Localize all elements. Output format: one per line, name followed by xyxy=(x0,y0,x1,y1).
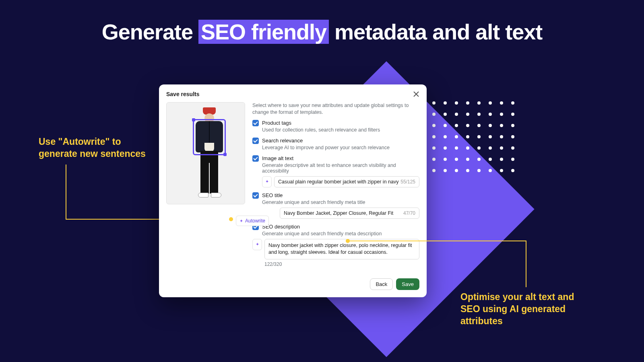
checkbox-search-relevance[interactable] xyxy=(252,138,259,144)
back-button[interactable]: Back xyxy=(370,278,393,290)
checkbox-seo-title[interactable] xyxy=(252,192,259,199)
hero-title: Generate SEO friendly metadata and alt t… xyxy=(0,19,644,44)
desc-image-alt: Generate descriptive alt text to enhance… xyxy=(262,162,419,174)
sparkle-button-alt[interactable]: ✦ xyxy=(262,176,272,187)
save-button[interactable]: Save xyxy=(396,278,419,290)
desc-search-relevance: Leverage AI to improve and power your se… xyxy=(262,145,419,150)
sparkle-icon: ✦ xyxy=(265,179,269,184)
product-thumbnail xyxy=(166,102,245,204)
background-dot-grid xyxy=(432,101,514,172)
checkbox-image-alt[interactable] xyxy=(252,155,259,162)
sparkle-icon: ✦ xyxy=(256,242,259,247)
checkbox-product-tags[interactable] xyxy=(252,120,259,126)
card-title: Save results xyxy=(166,91,200,97)
connector-line xyxy=(347,241,526,241)
callout-autowrite: Use "Autowrite" to generate new sentence… xyxy=(39,136,159,160)
connector-line xyxy=(66,165,66,219)
connector-dot xyxy=(346,239,350,243)
char-count: 47/70 xyxy=(403,210,415,216)
connector-line xyxy=(526,241,526,287)
label-search-relevance: Search relevance xyxy=(262,138,303,144)
input-seo-title[interactable]: Navy Bomber Jacket, Zipper Closure, Regu… xyxy=(280,208,419,219)
char-count: 122/320 xyxy=(264,261,419,267)
close-icon[interactable] xyxy=(413,91,419,97)
label-image-alt: Image alt text xyxy=(262,155,293,161)
label-seo-title: SEO title xyxy=(262,192,283,198)
connector-dot xyxy=(229,217,233,221)
callout-optimise: Optimise your alt text and SEO using AI … xyxy=(460,291,589,327)
desc-product-tags: Used for collection rules, search releva… xyxy=(262,127,419,133)
autowrite-button[interactable]: ✦ Autowrite xyxy=(236,216,269,226)
input-image-alt[interactable]: Casual plain regular bomber jacket with … xyxy=(274,176,419,187)
card-intro: Select where to save your new attributes… xyxy=(252,102,419,116)
detection-box xyxy=(193,119,226,155)
textarea-seo-description[interactable]: Navy bomber jacket with zipper closure, … xyxy=(264,239,419,259)
desc-seo-description: Generate unique and search friendly meta… xyxy=(262,231,419,237)
desc-seo-title: Generate unique and search friendly meta… xyxy=(262,200,419,205)
sparkle-icon: ✦ xyxy=(239,218,243,224)
save-results-card: Save results Select where to save your n… xyxy=(159,84,427,297)
sparkle-button-desc[interactable]: ✦ xyxy=(252,239,262,250)
char-count: 55/125 xyxy=(400,179,415,185)
label-product-tags: Product tags xyxy=(262,120,291,126)
